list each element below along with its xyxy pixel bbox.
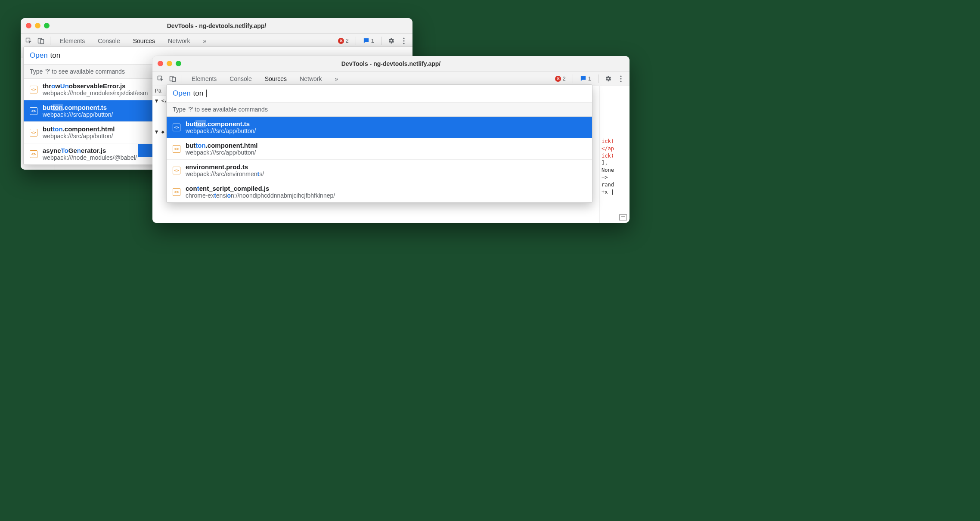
command-query: ton <box>50 51 61 60</box>
file-icon: <> <box>30 107 37 115</box>
tab-console[interactable]: Console <box>93 37 125 44</box>
separator <box>381 37 381 45</box>
traffic-lights <box>158 61 181 66</box>
result-path: webpack:///src/app/button/ <box>186 127 256 134</box>
file-icon: <> <box>30 129 37 136</box>
result-filename: throwUnobservableError.js <box>43 82 148 90</box>
content-area: Pa ▼ </> ▼ ◆ ick)</apick)],None=>rand+x … <box>152 86 630 223</box>
error-icon: ✕ <box>338 38 344 44</box>
result-path: webpack:///src/app/button/ <box>186 149 257 156</box>
error-count: 2 <box>563 75 566 82</box>
error-icon: ✕ <box>555 76 561 82</box>
file-icon: <> <box>30 150 37 158</box>
device-toggle-icon[interactable] <box>168 74 177 84</box>
more-menu-button[interactable] <box>616 75 626 82</box>
minimize-window-button[interactable] <box>35 23 40 28</box>
file-icon: <> <box>173 145 180 153</box>
results-list-right: <>button.component.tswebpack:///src/app/… <box>167 117 592 202</box>
command-result-item[interactable]: <>content_script_compiled.jschrome-exten… <box>167 181 592 202</box>
tab-network[interactable]: Network <box>163 37 195 44</box>
svg-rect-8 <box>172 77 176 81</box>
svg-point-9 <box>620 75 621 77</box>
message-count: 1 <box>588 75 591 82</box>
close-window-button[interactable] <box>26 23 31 28</box>
settings-button[interactable] <box>386 37 396 44</box>
tab-sources[interactable]: Sources <box>260 75 292 82</box>
svg-point-11 <box>620 81 621 82</box>
command-hint: Type '?' to see available commands <box>167 102 592 117</box>
minimize-window-button[interactable] <box>167 61 172 66</box>
inspect-element-icon[interactable] <box>24 36 34 46</box>
result-path: webpack:///node_modules/@babel/ <box>43 154 137 161</box>
message-icon <box>363 37 369 44</box>
maximize-window-button[interactable] <box>176 61 181 66</box>
result-filename: button.component.html <box>186 142 257 149</box>
separator <box>356 37 356 45</box>
message-badge[interactable]: 1 <box>360 37 377 44</box>
tab-network[interactable]: Network <box>295 75 327 82</box>
drawer-toggle-icon[interactable] <box>619 214 627 220</box>
command-menu: Open ton Type '?' to see available comma… <box>166 84 592 203</box>
inspect-element-icon[interactable] <box>156 74 165 84</box>
result-filename: button.component.ts <box>186 120 256 127</box>
svg-point-4 <box>403 40 404 41</box>
error-badge[interactable]: ✕ 2 <box>335 37 351 44</box>
result-path: webpack:///src/app/button/ <box>43 133 115 140</box>
command-result-item[interactable]: <>button.component.tswebpack:///src/app/… <box>167 117 592 138</box>
result-filename: environment.prod.ts <box>186 163 264 171</box>
result-path: webpack:///src/app/button/ <box>43 111 113 118</box>
error-count: 2 <box>346 37 349 44</box>
tab-elements[interactable]: Elements <box>55 37 90 44</box>
more-menu-button[interactable] <box>399 37 409 44</box>
window-title: DevTools - ng-devtools.netlify.app/ <box>21 22 412 29</box>
tab-elements[interactable]: Elements <box>186 75 222 82</box>
result-filename: button.component.html <box>43 125 115 133</box>
message-badge[interactable]: 1 <box>577 75 594 82</box>
command-menu-input[interactable]: Open ton <box>167 85 592 102</box>
close-window-button[interactable] <box>158 61 163 66</box>
separator <box>182 74 182 83</box>
svg-point-10 <box>620 78 621 79</box>
separator <box>573 74 573 83</box>
devtools-window-front: DevTools - ng-devtools.netlify.app/ Elem… <box>152 56 630 223</box>
device-toggle-icon[interactable] <box>36 36 46 46</box>
settings-button[interactable] <box>603 75 613 82</box>
tab-sources[interactable]: Sources <box>128 37 160 44</box>
svg-point-5 <box>403 43 404 44</box>
titlebar: DevTools - ng-devtools.netlify.app/ <box>152 56 630 71</box>
traffic-lights <box>26 23 50 28</box>
result-path: webpack:///node_modules/rxjs/dist/esm <box>43 90 148 96</box>
result-filename: asyncToGenerator.js <box>43 147 137 154</box>
command-query: ton <box>193 89 204 98</box>
tab-console[interactable]: Console <box>224 75 257 82</box>
svg-point-3 <box>403 37 404 39</box>
maximize-window-button[interactable] <box>44 23 50 28</box>
file-icon: <> <box>30 86 37 93</box>
file-icon: <> <box>173 124 180 131</box>
devtools-toolbar: Elements Console Sources Network » ✕ 2 1 <box>152 71 630 86</box>
file-icon: <> <box>173 167 180 174</box>
command-prefix: Open <box>173 89 191 98</box>
svg-rect-2 <box>40 39 44 43</box>
separator <box>598 74 599 83</box>
devtools-toolbar: Elements Console Sources Network » ✕ 2 1 <box>21 34 412 48</box>
result-filename: content_script_compiled.js <box>186 185 335 192</box>
command-result-item[interactable]: <>button.component.htmlwebpack:///src/ap… <box>167 138 592 160</box>
error-badge[interactable]: ✕ 2 <box>552 75 568 82</box>
command-prefix: Open <box>30 51 48 60</box>
tab-more[interactable]: » <box>329 75 343 82</box>
result-path: webpack:///src/environments/ <box>186 171 264 177</box>
result-filename: button.component.ts <box>43 104 113 111</box>
code-preview: ick)</apick)],None=>rand+x | <box>599 86 630 223</box>
command-result-item[interactable]: <>environment.prod.tswebpack:///src/envi… <box>167 160 592 181</box>
window-title: DevTools - ng-devtools.netlify.app/ <box>152 60 630 67</box>
message-icon <box>580 75 586 82</box>
text-cursor <box>206 90 207 97</box>
separator <box>50 37 50 45</box>
titlebar: DevTools - ng-devtools.netlify.app/ <box>21 18 412 34</box>
result-path: chrome-extension://noondiphcddnnabmjcihc… <box>186 192 335 199</box>
tab-more[interactable]: » <box>198 37 211 44</box>
message-count: 1 <box>371 37 374 44</box>
file-icon: <> <box>173 188 180 196</box>
